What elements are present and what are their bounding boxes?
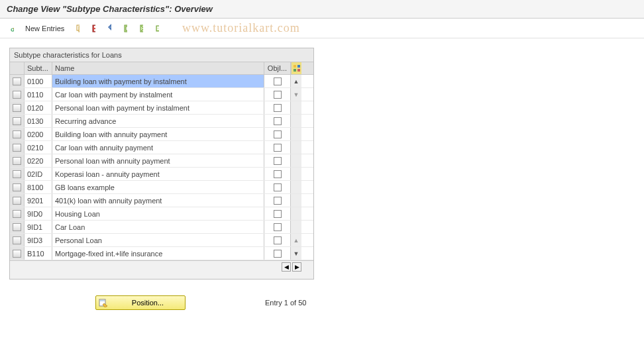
- scrollbar-track[interactable]: [291, 181, 301, 193]
- toggle-display-change-button[interactable]: [5, 22, 19, 35]
- row-selector[interactable]: [10, 194, 25, 207]
- cell-obji[interactable]: [264, 88, 291, 101]
- cell-name[interactable]: Building loan with payment by instalment: [52, 75, 264, 87]
- entry-counter: Entry 1 of 50: [265, 299, 306, 307]
- triangle-down-icon: ▼: [294, 250, 299, 257]
- cell-name[interactable]: Personal Loan: [52, 234, 264, 246]
- cell-name[interactable]: Mortgage-fixed int.+life insurance: [52, 247, 264, 260]
- cell-obji[interactable]: [264, 181, 291, 193]
- cell-obji[interactable]: [264, 128, 291, 140]
- cell-name[interactable]: Car loan with payment by instalment: [52, 88, 264, 101]
- scroll-down-button[interactable]: ▼: [291, 247, 301, 260]
- row-selector[interactable]: [10, 207, 25, 220]
- scroll-page-down-button[interactable]: ▲: [291, 234, 301, 246]
- scrollbar-track[interactable]: [291, 221, 301, 233]
- cell-obji[interactable]: [264, 101, 291, 114]
- cell-obji[interactable]: [264, 221, 291, 233]
- checkbox-icon: [274, 104, 282, 112]
- cell-name[interactable]: Personal loan with annuity payment: [52, 154, 264, 167]
- cell-subtype[interactable]: 8100: [25, 181, 52, 193]
- copy-button[interactable]: [71, 22, 84, 35]
- column-header-name[interactable]: Name: [52, 62, 264, 74]
- deselect-all-button[interactable]: [134, 22, 148, 35]
- row-selector[interactable]: [10, 154, 25, 167]
- scrollbar-track[interactable]: [291, 128, 301, 140]
- scroll-right-button[interactable]: ▶: [292, 262, 301, 272]
- row-selector[interactable]: [10, 234, 25, 246]
- new-entries-button[interactable]: New Entries: [21, 22, 68, 35]
- scroll-up-button[interactable]: ▲: [291, 75, 301, 87]
- scrollbar-track[interactable]: [291, 154, 301, 167]
- cell-obji[interactable]: [264, 234, 291, 246]
- cell-obji[interactable]: [264, 141, 291, 154]
- scrollbar-track[interactable]: [291, 194, 301, 207]
- cell-name[interactable]: Car Loan: [52, 221, 264, 233]
- scroll-page-up-button[interactable]: ▼: [291, 88, 301, 101]
- row-handle-icon: [13, 250, 21, 258]
- cell-subtype[interactable]: 02ID: [25, 168, 52, 180]
- cell-obji[interactable]: [264, 154, 291, 167]
- svg-rect-18: [297, 69, 300, 72]
- row-selector[interactable]: [10, 115, 25, 127]
- cell-subtype[interactable]: B110: [25, 247, 52, 260]
- row-selector[interactable]: [10, 128, 25, 140]
- row-selector[interactable]: [10, 221, 25, 233]
- row-handle-icon: [13, 170, 21, 178]
- column-header-obji[interactable]: ObjI...: [264, 62, 291, 74]
- table-row: 0100Building loan with payment by instal…: [10, 75, 313, 88]
- scrollbar-track[interactable]: [291, 207, 301, 220]
- cell-name[interactable]: Koperasi loan - annuity payment: [52, 168, 264, 180]
- cell-subtype[interactable]: 9201: [25, 194, 52, 207]
- scrollbar-track[interactable]: [291, 168, 301, 180]
- cell-obji[interactable]: [264, 207, 291, 220]
- cell-subtype[interactable]: 9ID1: [25, 221, 52, 233]
- checkbox-icon: [274, 157, 282, 165]
- select-all-header[interactable]: [10, 62, 25, 74]
- cell-subtype[interactable]: 0100: [25, 75, 52, 87]
- cell-subtype[interactable]: 0110: [25, 88, 52, 101]
- cell-name[interactable]: Car loan with annuity payment: [52, 141, 264, 154]
- cell-obji[interactable]: [264, 194, 291, 207]
- row-selector[interactable]: [10, 168, 25, 180]
- cell-name[interactable]: 401(k) loan with annuity payment: [52, 194, 264, 207]
- cell-name[interactable]: Recurring advance: [52, 115, 264, 127]
- print-button[interactable]: [150, 22, 164, 35]
- row-selector[interactable]: [10, 247, 25, 260]
- svg-rect-6: [126, 26, 127, 30]
- position-button[interactable]: Position...: [95, 295, 186, 310]
- cell-name[interactable]: Housing Loan: [52, 207, 264, 220]
- scroll-left-button[interactable]: ◀: [282, 262, 291, 272]
- cell-subtype[interactable]: 0210: [25, 141, 52, 154]
- scrollbar-track[interactable]: [291, 141, 301, 154]
- cell-subtype[interactable]: 9ID3: [25, 234, 52, 246]
- cell-obji[interactable]: [264, 247, 291, 260]
- cell-obji[interactable]: [264, 168, 291, 180]
- footer-area: Position... Entry 1 of 50: [9, 295, 635, 310]
- row-selector[interactable]: [10, 141, 25, 154]
- scrollbar-track[interactable]: [291, 101, 301, 114]
- grid-title: Subtype characteristics for Loans: [10, 48, 313, 62]
- cell-obji[interactable]: [264, 75, 291, 87]
- save-button[interactable]: [87, 22, 100, 35]
- cell-subtype[interactable]: 0130: [25, 115, 52, 127]
- undo-button[interactable]: [103, 22, 116, 35]
- row-selector[interactable]: [10, 88, 25, 101]
- cell-subtype[interactable]: 0200: [25, 128, 52, 140]
- row-selector[interactable]: [10, 75, 25, 87]
- table-settings-button[interactable]: [291, 62, 301, 74]
- checkbox-icon: [274, 117, 282, 125]
- triangle-up-icon: ▲: [294, 78, 299, 85]
- cell-subtype[interactable]: 0220: [25, 154, 52, 167]
- select-all-button[interactable]: [119, 22, 132, 35]
- column-header-subtype[interactable]: Subt...: [25, 62, 52, 74]
- cell-obji[interactable]: [264, 115, 291, 127]
- svg-rect-4: [94, 29, 95, 31]
- cell-subtype[interactable]: 9ID0: [25, 207, 52, 220]
- cell-name[interactable]: Building loan with annuity payment: [52, 128, 264, 140]
- scrollbar-track[interactable]: [291, 115, 301, 127]
- cell-name[interactable]: GB loans example: [52, 181, 264, 193]
- row-selector[interactable]: [10, 101, 25, 114]
- row-selector[interactable]: [10, 181, 25, 193]
- cell-name[interactable]: Personal loan with payment by instalment: [52, 101, 264, 114]
- cell-subtype[interactable]: 0120: [25, 101, 52, 114]
